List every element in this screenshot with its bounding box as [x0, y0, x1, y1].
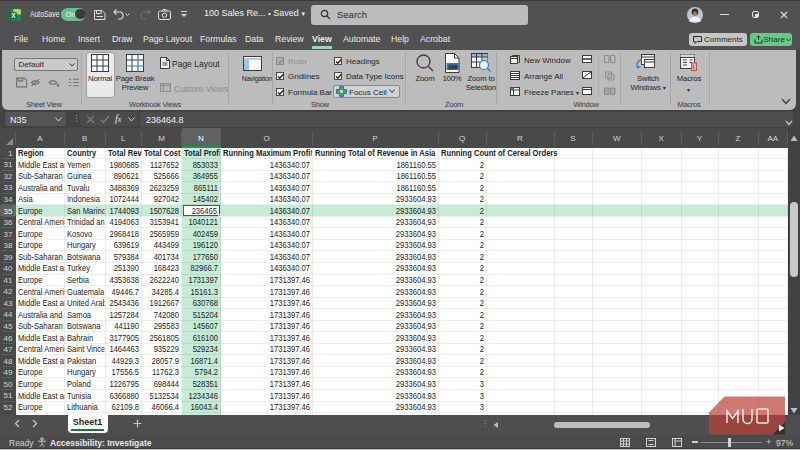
svg-text:X: X — [11, 11, 16, 18]
svg-text:100: 100 — [448, 64, 457, 70]
